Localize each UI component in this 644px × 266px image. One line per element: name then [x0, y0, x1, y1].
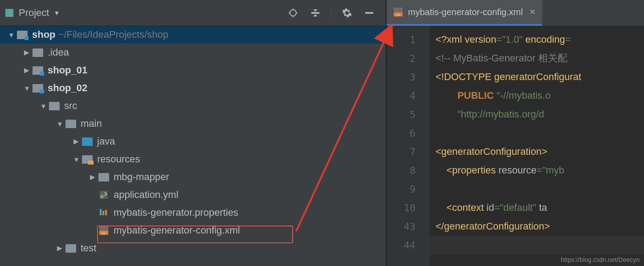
- line-number: 2: [387, 49, 429, 68]
- tree-label: .idea: [48, 47, 69, 58]
- svg-rect-12: [102, 211, 104, 215]
- chevron-down-icon[interactable]: [8, 31, 14, 39]
- tree-item-application-yml[interactable]: application.yml: [0, 186, 386, 204]
- chevron-down-icon[interactable]: [40, 102, 46, 110]
- line-number: 9: [387, 180, 429, 198]
- svg-text:<>: <>: [396, 13, 400, 17]
- chevron-right-icon[interactable]: [90, 173, 96, 181]
- tree-item-test[interactable]: test: [0, 239, 386, 257]
- tree-label: mybatis-generator-config.xml: [114, 225, 240, 236]
- tree-item-main[interactable]: main: [0, 115, 386, 133]
- tree-label: java: [97, 136, 115, 147]
- line-number: 43: [387, 217, 429, 236]
- svg-rect-8: [365, 12, 373, 14]
- editor-gutter: 1 2 3 4 5 6 7 8 9 10 43 44: [387, 26, 429, 266]
- project-icon: [5, 9, 13, 17]
- tree-item-shop01[interactable]: shop_01: [0, 61, 386, 79]
- close-icon[interactable]: ✕: [529, 7, 536, 17]
- line-number: 10: [387, 198, 429, 217]
- resources-folder-icon: [82, 155, 93, 164]
- tree-item-resources[interactable]: resources: [0, 150, 386, 168]
- properties-file-icon: [98, 207, 109, 218]
- watermark: https://blog.csdn.net/Deecyn: [561, 256, 640, 263]
- svg-rect-13: [105, 210, 107, 215]
- editor-tab-bar: <> mybatis-generator-config.xml ✕: [387, 0, 644, 26]
- chevron-down-icon[interactable]: [57, 120, 63, 128]
- separator: [331, 7, 331, 19]
- module-folder-icon: [17, 31, 28, 39]
- yml-file-icon: [98, 189, 109, 200]
- chevron-down-icon[interactable]: [24, 85, 30, 92]
- tree-label: main: [81, 118, 102, 129]
- line-number: 6: [387, 124, 429, 142]
- chevron-right-icon[interactable]: [24, 48, 30, 56]
- folder-icon: [65, 120, 76, 128]
- tree-label: shop_02: [48, 82, 87, 94]
- tree-label: mbg-mapper: [114, 171, 169, 183]
- tree-label: resources: [97, 153, 140, 165]
- xml-file-icon: <>: [393, 7, 404, 17]
- xml-file-icon: <>: [98, 225, 109, 236]
- svg-rect-14: [99, 226, 108, 231]
- module-folder-icon: [33, 84, 43, 93]
- project-label[interactable]: Project: [19, 7, 49, 19]
- svg-text:<>: <>: [102, 231, 106, 235]
- tree-item-idea[interactable]: .idea: [0, 44, 386, 61]
- line-number: 8: [387, 161, 429, 180]
- module-folder-icon: [33, 66, 43, 75]
- project-header: Project ▼: [0, 0, 386, 26]
- tree-item-shop02[interactable]: shop_02: [0, 79, 386, 97]
- tree-path: ~/Files/IdeaProjects/shop: [58, 29, 169, 40]
- svg-marker-6: [313, 9, 318, 12]
- tree-item-mbg-mapper[interactable]: mbg-mapper: [0, 168, 386, 186]
- source-folder-icon: [82, 137, 93, 146]
- gear-icon[interactable]: [340, 6, 354, 20]
- code-area[interactable]: <?xml version="1.0" encoding= <!-- MyBat…: [429, 26, 644, 266]
- project-tool-window: Project ▼ shop ~/Files/IdeaProjects/shop…: [0, 0, 386, 266]
- folder-icon: [98, 173, 109, 181]
- tree-label: shop: [32, 29, 56, 40]
- hide-icon[interactable]: [363, 6, 376, 20]
- editor-panel: <> mybatis-generator-config.xml ✕ 1 2 3 …: [386, 0, 644, 266]
- chevron-down-icon[interactable]: [73, 156, 79, 163]
- line-number: 4: [387, 86, 429, 105]
- folder-icon: [33, 48, 43, 57]
- tree-item-mybatis-config-xml[interactable]: <> mybatis-generator-config.xml: [0, 222, 386, 239]
- line-number: 5: [387, 105, 429, 124]
- tree-label: shop_01: [48, 64, 87, 76]
- chevron-right-icon[interactable]: [57, 244, 63, 252]
- svg-point-10: [100, 195, 104, 198]
- svg-marker-7: [313, 14, 318, 16]
- expand-collapse-icon[interactable]: [309, 6, 322, 20]
- folder-icon: [49, 102, 60, 110]
- svg-rect-5: [311, 12, 319, 14]
- svg-point-0: [290, 10, 296, 16]
- tree-label: src: [64, 100, 77, 112]
- chevron-right-icon[interactable]: [73, 137, 79, 145]
- project-tree[interactable]: shop ~/Files/IdeaProjects/shop .idea sho…: [0, 26, 386, 266]
- line-number: 44: [387, 236, 429, 254]
- tree-item-src[interactable]: src: [0, 97, 386, 115]
- tab-label: mybatis-generator-config.xml: [408, 7, 523, 17]
- tree-item-mybatis-properties[interactable]: mybatis-generator.properties: [0, 204, 386, 222]
- folder-icon: [65, 244, 76, 253]
- line-number: 1: [387, 30, 429, 49]
- line-number: 3: [387, 68, 429, 86]
- chevron-right-icon[interactable]: [24, 66, 30, 74]
- tree-item-java[interactable]: java: [0, 133, 386, 150]
- tree-label: mybatis-generator.properties: [114, 207, 238, 218]
- editor-tab[interactable]: <> mybatis-generator-config.xml ✕: [387, 0, 542, 26]
- tree-label: test: [81, 242, 96, 254]
- tree-root-shop[interactable]: shop ~/Files/IdeaProjects/shop: [0, 26, 386, 44]
- editor[interactable]: 1 2 3 4 5 6 7 8 9 10 43 44 <?xml version…: [387, 26, 644, 266]
- project-view-dropdown-icon[interactable]: ▼: [53, 9, 60, 16]
- line-number: 7: [387, 142, 429, 161]
- svg-rect-11: [100, 209, 102, 215]
- tree-label: application.yml: [114, 189, 179, 201]
- svg-rect-17: [394, 8, 403, 12]
- locate-icon[interactable]: [286, 6, 300, 20]
